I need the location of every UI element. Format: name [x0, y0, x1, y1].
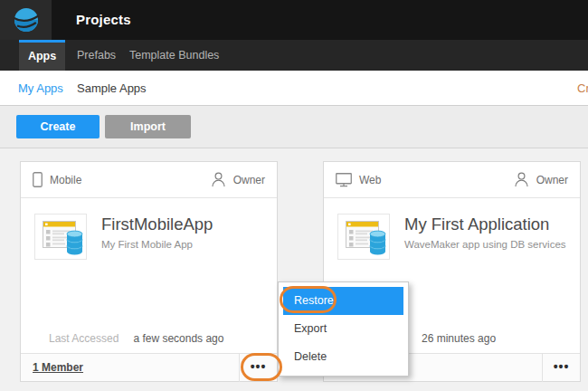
tab-prefabs[interactable]: Prefabs: [77, 40, 116, 71]
create-button[interactable]: Create: [16, 115, 100, 138]
web-monitor-icon: [336, 173, 352, 187]
wavemaker-logo[interactable]: [0, 0, 52, 40]
owner-person-icon: [514, 172, 529, 187]
mobile-phone-icon: [33, 172, 43, 187]
app-name[interactable]: FirstMobileApp: [101, 215, 213, 234]
wavemaker-logo-icon: [13, 6, 40, 33]
card-menu-button[interactable]: •••: [239, 354, 277, 382]
card-header: Web Owner: [324, 162, 580, 198]
subnav-sample-apps[interactable]: Sample Apps: [77, 71, 147, 106]
last-accessed-value: a few seconds ago: [133, 332, 223, 345]
card-footer: 1 Member •••: [21, 353, 277, 381]
app-description: WaveMaker app using DB services: [404, 239, 566, 250]
top-header: Projects: [0, 0, 588, 40]
ellipsis-icon: •••: [251, 360, 267, 377]
app-card-firstmobileapp: Mobile Owner: [20, 161, 278, 382]
menu-item-export[interactable]: Export: [283, 315, 403, 343]
app-description: My First Mobile App: [101, 239, 193, 250]
database-cylinders-icon: [370, 231, 385, 254]
card-menu-button[interactable]: •••: [542, 354, 580, 382]
role-label: Owner: [233, 174, 265, 186]
action-bar: Create Import: [0, 106, 588, 148]
platform-label: Mobile: [50, 174, 81, 186]
card-header: Mobile Owner: [21, 162, 277, 198]
app-thumbnail-icon[interactable]: [34, 214, 87, 260]
app-window-db-icon: [338, 215, 389, 259]
last-accessed-row: Last Accesseda few seconds ago: [49, 332, 223, 345]
menu-item-delete[interactable]: Delete: [283, 343, 403, 371]
card-context-menu: Restore Export Delete: [278, 281, 409, 377]
import-button[interactable]: Import: [105, 115, 191, 138]
app-window-db-icon: [35, 215, 86, 259]
projects-page: Projects Apps Prefabs Template Bundles M…: [0, 0, 588, 391]
database-cylinders-icon: [67, 231, 82, 254]
ellipsis-icon: •••: [554, 360, 570, 377]
subnav-truncated-right-text[interactable]: Cr: [577, 71, 588, 106]
page-title: Projects: [76, 0, 131, 40]
subnav-my-apps[interactable]: My Apps: [18, 71, 63, 106]
platform-label: Web: [359, 174, 381, 186]
tab-apps[interactable]: Apps: [19, 40, 65, 71]
main-tabbar: Apps Prefabs Template Bundles: [0, 40, 588, 71]
owner-person-icon: [211, 172, 226, 187]
app-name[interactable]: My First Application: [404, 215, 549, 234]
role-label: Owner: [536, 174, 568, 186]
last-accessed-row: 26 minutes ago: [422, 332, 496, 345]
tab-template-bundles[interactable]: Template Bundles: [129, 40, 219, 71]
sub-navigation: My Apps Sample Apps Cr: [0, 71, 588, 106]
last-accessed-value: 26 minutes ago: [422, 332, 496, 345]
app-thumbnail-icon[interactable]: [337, 214, 390, 260]
members-link[interactable]: 1 Member: [33, 354, 83, 382]
menu-item-restore[interactable]: Restore: [283, 287, 403, 315]
last-accessed-label: Last Accessed: [49, 332, 119, 345]
